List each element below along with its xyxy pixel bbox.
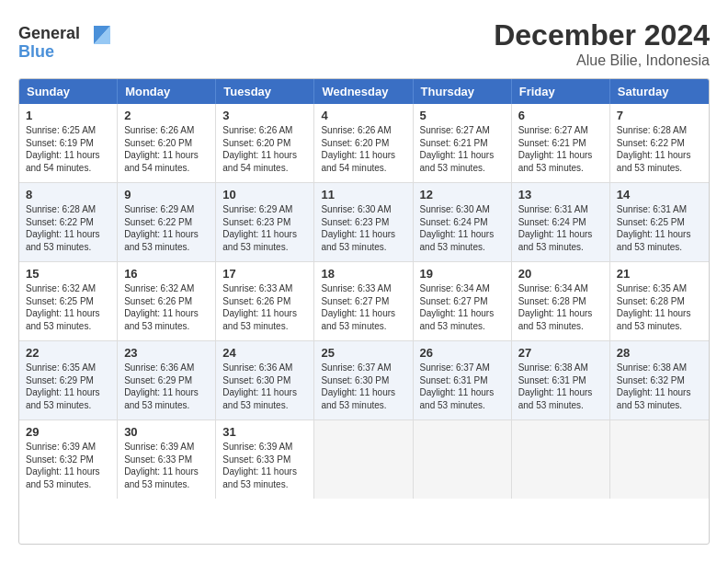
calendar-cell bbox=[314, 420, 413, 499]
calendar-cell: 24Sunrise: 6:36 AM Sunset: 6:30 PM Dayli… bbox=[216, 341, 314, 419]
day-number: 9 bbox=[124, 188, 209, 201]
cell-info: Sunrise: 6:38 AM Sunset: 6:32 PM Dayligh… bbox=[617, 362, 702, 411]
calendar-header-cell: Thursday bbox=[414, 79, 512, 104]
day-number: 5 bbox=[420, 109, 505, 122]
calendar-cell: 7Sunrise: 6:28 AM Sunset: 6:22 PM Daylig… bbox=[610, 104, 709, 182]
cell-info: Sunrise: 6:37 AM Sunset: 6:30 PM Dayligh… bbox=[321, 362, 405, 411]
calendar-header-cell: Friday bbox=[512, 79, 610, 104]
day-number: 11 bbox=[321, 188, 405, 201]
day-number: 16 bbox=[124, 267, 209, 281]
calendar-cell: 2Sunrise: 6:26 AM Sunset: 6:20 PM Daylig… bbox=[118, 104, 216, 182]
cell-info: Sunrise: 6:39 AM Sunset: 6:33 PM Dayligh… bbox=[222, 441, 307, 490]
calendar-cell: 14Sunrise: 6:31 AM Sunset: 6:25 PM Dayli… bbox=[610, 183, 709, 261]
main-title: December 2024 bbox=[494, 18, 710, 52]
header: General Blue December 2024 Alue Bilie, I… bbox=[18, 18, 710, 69]
cell-info: Sunrise: 6:26 AM Sunset: 6:20 PM Dayligh… bbox=[321, 124, 405, 174]
day-number: 29 bbox=[26, 425, 110, 439]
day-number: 24 bbox=[222, 346, 307, 360]
cell-info: Sunrise: 6:30 AM Sunset: 6:24 PM Dayligh… bbox=[420, 203, 505, 253]
calendar-cell: 25Sunrise: 6:37 AM Sunset: 6:30 PM Dayli… bbox=[314, 341, 413, 419]
cell-info: Sunrise: 6:28 AM Sunset: 6:22 PM Dayligh… bbox=[617, 124, 702, 174]
calendar-cell: 21Sunrise: 6:35 AM Sunset: 6:28 PM Dayli… bbox=[610, 262, 709, 340]
cell-info: Sunrise: 6:34 AM Sunset: 6:28 PM Dayligh… bbox=[518, 282, 603, 332]
cell-info: Sunrise: 6:27 AM Sunset: 6:21 PM Dayligh… bbox=[420, 124, 505, 174]
calendar-cell: 28Sunrise: 6:38 AM Sunset: 6:32 PM Dayli… bbox=[610, 341, 709, 419]
calendar-cell bbox=[610, 420, 709, 499]
calendar-row: 15Sunrise: 6:32 AM Sunset: 6:25 PM Dayli… bbox=[19, 262, 709, 341]
cell-info: Sunrise: 6:35 AM Sunset: 6:28 PM Dayligh… bbox=[617, 282, 702, 332]
calendar-row: 8Sunrise: 6:28 AM Sunset: 6:22 PM Daylig… bbox=[19, 183, 709, 262]
calendar-header-cell: Sunday bbox=[19, 79, 118, 104]
day-number: 19 bbox=[420, 267, 505, 281]
page: General Blue December 2024 Alue Bilie, I… bbox=[0, 0, 728, 563]
svg-text:General: General bbox=[18, 24, 80, 42]
calendar-cell: 22Sunrise: 6:35 AM Sunset: 6:29 PM Dayli… bbox=[19, 341, 118, 419]
cell-info: Sunrise: 6:36 AM Sunset: 6:29 PM Dayligh… bbox=[124, 362, 209, 411]
calendar-cell bbox=[414, 420, 512, 499]
calendar-cell: 18Sunrise: 6:33 AM Sunset: 6:27 PM Dayli… bbox=[314, 262, 413, 340]
calendar-header-cell: Monday bbox=[118, 79, 216, 104]
cell-info: Sunrise: 6:29 AM Sunset: 6:22 PM Dayligh… bbox=[124, 203, 209, 253]
cell-info: Sunrise: 6:38 AM Sunset: 6:31 PM Dayligh… bbox=[518, 362, 603, 411]
calendar-cell: 10Sunrise: 6:29 AM Sunset: 6:23 PM Dayli… bbox=[216, 183, 314, 261]
cell-info: Sunrise: 6:30 AM Sunset: 6:23 PM Dayligh… bbox=[321, 203, 405, 253]
cell-info: Sunrise: 6:34 AM Sunset: 6:27 PM Dayligh… bbox=[420, 282, 505, 332]
day-number: 22 bbox=[26, 346, 110, 360]
calendar-cell: 1Sunrise: 6:25 AM Sunset: 6:19 PM Daylig… bbox=[19, 104, 118, 182]
cell-info: Sunrise: 6:26 AM Sunset: 6:20 PM Dayligh… bbox=[222, 124, 307, 174]
title-section: December 2024 Alue Bilie, Indonesia bbox=[494, 18, 710, 69]
cell-info: Sunrise: 6:26 AM Sunset: 6:20 PM Dayligh… bbox=[124, 124, 209, 174]
cell-info: Sunrise: 6:27 AM Sunset: 6:21 PM Dayligh… bbox=[518, 124, 603, 174]
cell-info: Sunrise: 6:33 AM Sunset: 6:26 PM Dayligh… bbox=[222, 282, 307, 332]
day-number: 25 bbox=[321, 346, 405, 360]
calendar-row: 1Sunrise: 6:25 AM Sunset: 6:19 PM Daylig… bbox=[19, 104, 709, 183]
day-number: 13 bbox=[518, 188, 603, 201]
day-number: 10 bbox=[222, 188, 307, 201]
calendar-cell: 31Sunrise: 6:39 AM Sunset: 6:33 PM Dayli… bbox=[216, 420, 314, 499]
calendar-cell: 8Sunrise: 6:28 AM Sunset: 6:22 PM Daylig… bbox=[19, 183, 118, 261]
calendar-row: 29Sunrise: 6:39 AM Sunset: 6:32 PM Dayli… bbox=[19, 420, 709, 499]
calendar-cell: 11Sunrise: 6:30 AM Sunset: 6:23 PM Dayli… bbox=[314, 183, 413, 261]
day-number: 8 bbox=[26, 188, 110, 201]
day-number: 21 bbox=[617, 267, 702, 281]
day-number: 18 bbox=[321, 267, 405, 281]
cell-info: Sunrise: 6:32 AM Sunset: 6:25 PM Dayligh… bbox=[26, 282, 110, 332]
calendar-cell: 20Sunrise: 6:34 AM Sunset: 6:28 PM Dayli… bbox=[512, 262, 610, 340]
calendar-cell: 5Sunrise: 6:27 AM Sunset: 6:21 PM Daylig… bbox=[414, 104, 512, 182]
cell-info: Sunrise: 6:32 AM Sunset: 6:26 PM Dayligh… bbox=[124, 282, 209, 332]
calendar: SundayMondayTuesdayWednesdayThursdayFrid… bbox=[18, 78, 710, 545]
day-number: 3 bbox=[222, 109, 307, 122]
day-number: 15 bbox=[26, 267, 110, 281]
logo: General Blue bbox=[18, 18, 119, 66]
calendar-cell: 23Sunrise: 6:36 AM Sunset: 6:29 PM Dayli… bbox=[118, 341, 216, 419]
calendar-cell: 3Sunrise: 6:26 AM Sunset: 6:20 PM Daylig… bbox=[216, 104, 314, 182]
svg-text:Blue: Blue bbox=[18, 42, 54, 61]
calendar-body: 1Sunrise: 6:25 AM Sunset: 6:19 PM Daylig… bbox=[19, 104, 709, 499]
day-number: 1 bbox=[26, 109, 110, 122]
cell-info: Sunrise: 6:36 AM Sunset: 6:30 PM Dayligh… bbox=[222, 362, 307, 411]
calendar-header-cell: Wednesday bbox=[314, 79, 413, 104]
day-number: 6 bbox=[518, 109, 603, 122]
calendar-cell: 30Sunrise: 6:39 AM Sunset: 6:33 PM Dayli… bbox=[118, 420, 216, 499]
cell-info: Sunrise: 6:33 AM Sunset: 6:27 PM Dayligh… bbox=[321, 282, 405, 332]
calendar-cell: 4Sunrise: 6:26 AM Sunset: 6:20 PM Daylig… bbox=[314, 104, 413, 182]
day-number: 12 bbox=[420, 188, 505, 201]
day-number: 4 bbox=[321, 109, 405, 122]
cell-info: Sunrise: 6:31 AM Sunset: 6:24 PM Dayligh… bbox=[518, 203, 603, 253]
calendar-cell: 6Sunrise: 6:27 AM Sunset: 6:21 PM Daylig… bbox=[512, 104, 610, 182]
cell-info: Sunrise: 6:28 AM Sunset: 6:22 PM Dayligh… bbox=[26, 203, 110, 253]
calendar-header-cell: Saturday bbox=[610, 79, 709, 104]
calendar-cell: 29Sunrise: 6:39 AM Sunset: 6:32 PM Dayli… bbox=[19, 420, 118, 499]
day-number: 26 bbox=[420, 346, 505, 360]
day-number: 28 bbox=[617, 346, 702, 360]
day-number: 27 bbox=[518, 346, 603, 360]
calendar-cell: 15Sunrise: 6:32 AM Sunset: 6:25 PM Dayli… bbox=[19, 262, 118, 340]
day-number: 31 bbox=[222, 425, 307, 439]
cell-info: Sunrise: 6:29 AM Sunset: 6:23 PM Dayligh… bbox=[222, 203, 307, 253]
calendar-cell: 9Sunrise: 6:29 AM Sunset: 6:22 PM Daylig… bbox=[118, 183, 216, 261]
calendar-cell: 12Sunrise: 6:30 AM Sunset: 6:24 PM Dayli… bbox=[414, 183, 512, 261]
cell-info: Sunrise: 6:39 AM Sunset: 6:33 PM Dayligh… bbox=[124, 441, 209, 490]
calendar-cell: 27Sunrise: 6:38 AM Sunset: 6:31 PM Dayli… bbox=[512, 341, 610, 419]
calendar-cell bbox=[512, 420, 610, 499]
day-number: 2 bbox=[124, 109, 209, 122]
